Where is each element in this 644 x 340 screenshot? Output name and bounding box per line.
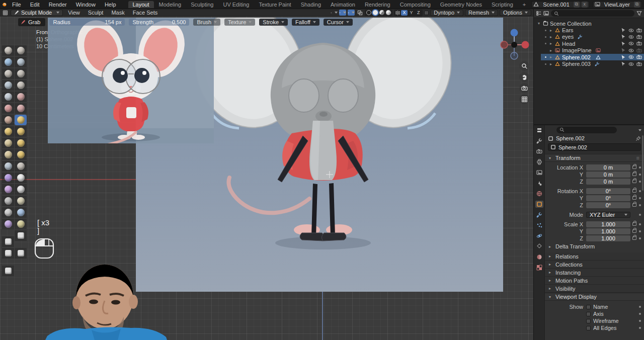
animate-dot[interactable] (639, 214, 641, 216)
animate-dot[interactable] (639, 174, 641, 176)
tool-layer[interactable] (2, 68, 14, 79)
new-scene-button[interactable]: ⧉ (574, 2, 580, 8)
selectable-icon[interactable] (621, 28, 626, 33)
outliner-display-mode-icon[interactable] (536, 11, 541, 16)
tool-draw[interactable] (2, 45, 14, 56)
lock-icon[interactable] (632, 173, 636, 176)
workspace-tab-rendering[interactable]: Rendering (360, 1, 395, 8)
hide-viewport-icon[interactable] (628, 34, 634, 40)
workspace-tab-sculpting[interactable]: Sculpting (186, 1, 218, 8)
outliner-row-eyes[interactable]: ▸ eyes (541, 34, 644, 40)
viewport-display-panel-header[interactable]: ▾ Viewport Display (545, 293, 644, 301)
selectable-icon[interactable] (621, 61, 626, 66)
tool-nudge[interactable] (2, 149, 14, 160)
tab-render[interactable] (535, 148, 543, 155)
tab-tool[interactable] (535, 137, 543, 144)
menu-edit[interactable]: Edit (26, 1, 44, 8)
section-instancing[interactable]: ▸Instancing (545, 269, 644, 277)
tab-constraints[interactable] (535, 243, 543, 250)
rotation-y-input[interactable]: 0° (586, 195, 630, 201)
hide-render-icon[interactable] (636, 28, 642, 33)
shading-wireframe-icon[interactable] (366, 10, 371, 15)
workspace-tab-scripting[interactable]: Scripting (487, 1, 518, 8)
workspace-tab-layout[interactable]: Layout (128, 1, 154, 8)
pan-button[interactable] (519, 72, 529, 82)
properties-options-dropdown[interactable] (636, 127, 641, 133)
hide-viewport-icon[interactable] (628, 61, 634, 67)
lock-icon[interactable] (632, 189, 636, 193)
hide-render-icon[interactable] (636, 48, 642, 53)
tool-scale[interactable] (2, 248, 14, 259)
sculpt-menu[interactable]: Sculpt (85, 10, 107, 16)
tool-annotate[interactable] (2, 266, 14, 276)
location-x-input[interactable]: 0 m (586, 164, 630, 171)
location-y-input[interactable]: 0 m (586, 172, 630, 178)
tab-physics[interactable] (535, 232, 543, 239)
menu-window[interactable]: Window (72, 1, 100, 8)
animate-dot[interactable] (639, 197, 641, 199)
outliner-row-imageplane[interactable]: ▸ ImagePlane (541, 47, 644, 54)
workspace-tab-shading[interactable]: Shading (296, 1, 326, 8)
animate-dot[interactable] (639, 313, 641, 315)
delete-scene-button[interactable]: x (582, 2, 588, 8)
tool-flatten[interactable] (15, 92, 27, 102)
add-workspace-button[interactable]: + (518, 1, 530, 8)
tab-texture[interactable] (535, 264, 543, 271)
tool-thumb[interactable] (2, 138, 14, 148)
camera-view-button[interactable] (519, 83, 529, 93)
face-sets-menu[interactable]: Face Sets (130, 10, 161, 16)
editor-type-icon[interactable] (2, 10, 9, 16)
workspace-tab-compositing[interactable]: Compositing (395, 1, 435, 8)
xray-toggle[interactable] (356, 10, 363, 16)
tab-particles[interactable] (535, 222, 543, 229)
tool-clay[interactable] (2, 57, 14, 67)
selectable-icon[interactable] (621, 48, 626, 53)
remesh-dropdown[interactable]: Remesh (465, 10, 498, 16)
tool-scrape[interactable] (15, 103, 27, 114)
tool-line-project[interactable] (2, 207, 14, 218)
options-dropdown[interactable]: Options (500, 10, 531, 16)
hide-render-icon[interactable] (636, 54, 642, 60)
menu-help[interactable]: Help (101, 1, 120, 8)
outliner-row-sphere-002[interactable]: ▸ Sphere.002 (541, 54, 644, 60)
cursor-dropdown[interactable]: Cursor (324, 19, 353, 26)
lock-icon[interactable] (632, 229, 636, 233)
hide-render-icon[interactable] (636, 34, 642, 40)
zoom-button[interactable] (519, 61, 529, 71)
tool-fill[interactable] (2, 103, 14, 114)
section-relations[interactable]: ▸Relations (545, 252, 644, 261)
object-name-field[interactable]: Sphere.002 (548, 143, 641, 151)
tool-draw-face-sets[interactable] (2, 184, 14, 195)
tool-simplify[interactable] (15, 161, 27, 172)
shading-material-icon[interactable] (379, 10, 384, 15)
tool-box-mask[interactable] (2, 196, 14, 206)
perspective-toggle-button[interactable] (519, 94, 529, 104)
animate-dot[interactable] (639, 204, 641, 206)
animate-dot[interactable] (639, 190, 641, 192)
view-axis-gizmo[interactable] (499, 27, 531, 63)
tool-draw-sharp[interactable] (15, 45, 27, 56)
scale-z-input[interactable]: 1.000 (586, 235, 630, 241)
tool-mesh-filter[interactable] (15, 207, 27, 218)
animate-dot[interactable] (639, 166, 641, 168)
location-z-input[interactable]: 0 m (586, 179, 630, 185)
view-menu[interactable]: View (65, 10, 83, 16)
animate-dot[interactable] (639, 306, 641, 308)
outliner-row-ears[interactable]: ▸ Ears (541, 27, 644, 33)
animate-dot[interactable] (639, 223, 641, 225)
tool-slide-relax[interactable] (2, 161, 14, 172)
gizmos-toggle[interactable] (339, 10, 346, 16)
lock-icon[interactable] (632, 236, 636, 240)
mask-menu[interactable]: Mask (108, 10, 127, 16)
workspace-tab-texture-paint[interactable]: Texture Paint (254, 1, 295, 8)
lock-icon[interactable] (632, 196, 636, 200)
tool-smooth[interactable] (2, 92, 14, 102)
filter-icon[interactable] (636, 11, 642, 16)
dyntopo-checkbox[interactable] (424, 11, 429, 15)
workspace-tab-modeling[interactable]: Modeling (154, 1, 186, 8)
mode-selector[interactable]: Sculpt Mode (11, 10, 63, 16)
shading-solid-icon[interactable] (373, 10, 378, 15)
section-delta-transform[interactable]: ▸Delta Transform (545, 242, 644, 250)
scale-x-input[interactable]: 1.000 (586, 221, 630, 227)
tool-crease[interactable] (15, 80, 27, 91)
